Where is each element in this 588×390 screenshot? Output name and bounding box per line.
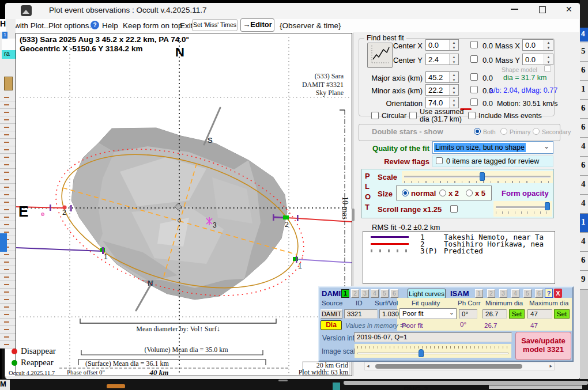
- quality-combobox[interactable]: Limits on size, but no shape ⌄: [432, 141, 553, 154]
- ph-corr-field[interactable]: 0°: [459, 309, 477, 319]
- source-button[interactable]: DAMIT: [321, 309, 342, 319]
- isam-6-button[interactable]: 6: [535, 289, 543, 298]
- menu-help[interactable]: Help: [102, 21, 118, 30]
- size-x2-radio[interactable]: [439, 190, 446, 196]
- scroll-left-arrow-icon[interactable]: ◂: [367, 363, 370, 369]
- scroll-range-checkbox[interactable]: [450, 205, 458, 213]
- volume-label: (Volume) Mean dia = 35.0 km: [144, 346, 228, 354]
- damit-model-6-button[interactable]: 6: [390, 289, 398, 298]
- scroll-right-arrow-icon[interactable]: ▸: [549, 363, 552, 369]
- chevron-down-icon[interactable]: ⌄: [544, 142, 549, 150]
- center-x-spinner[interactable]: 0.0▲▼: [425, 39, 459, 51]
- orientation-checkbox[interactable]: [470, 99, 478, 106]
- sky-plane-plot[interactable]: S N 2 2 1 1 3 (533) Sara 2025 Aug 3 45.2…: [16, 33, 352, 376]
- error-bar: [50, 205, 51, 211]
- damit-model-1-button[interactable]: 1: [341, 289, 349, 298]
- form-opacity-slider[interactable]: [493, 201, 552, 217]
- form-hscrollbar[interactable]: ◂ ▸: [364, 362, 555, 370]
- close-button[interactable]: ✕: [566, 5, 572, 14]
- image-scale-slider[interactable]: [355, 344, 511, 358]
- max-dia-set-button[interactable]: Set: [554, 309, 570, 319]
- mass-x-spinner[interactable]: 0.0▲▼: [522, 39, 553, 51]
- scale-slider[interactable]: [402, 171, 553, 183]
- mean-diameter-label: Mean diameter by: Vol↑ Surf↓: [136, 325, 220, 333]
- circular-checkbox[interactable]: [371, 112, 379, 119]
- damit-model-3-button[interactable]: 3: [361, 289, 369, 298]
- shape-model-checkbox[interactable]: [544, 65, 551, 72]
- double-both-label: Both: [483, 128, 496, 135]
- form-opacity-thumb[interactable]: [545, 202, 550, 210]
- include-miss-checkbox[interactable]: [468, 112, 476, 119]
- size-x5-radio[interactable]: [466, 190, 473, 196]
- save-line1: Save/update: [516, 336, 571, 345]
- isam-3-button[interactable]: 3: [499, 289, 507, 298]
- window-resize-grip[interactable]: [278, 380, 288, 381]
- scale-slider-thumb[interactable]: [480, 172, 485, 181]
- use-assumed-checkbox[interactable]: [409, 112, 417, 119]
- menu-plot-options[interactable]: Plot options...: [48, 21, 96, 30]
- east-label: E: [18, 203, 28, 220]
- max-dia-field[interactable]: 47: [527, 309, 552, 319]
- observer-3-name[interactable]: Predicted: [444, 247, 483, 255]
- minor-axis-checkbox[interactable]: [470, 86, 478, 93]
- surfvol-field[interactable]: 1.030: [379, 309, 398, 319]
- minor-axis-spinner[interactable]: 22.2▲▼: [425, 84, 459, 96]
- menu-with-plot[interactable]: with Plot...: [14, 21, 50, 30]
- center-x-checkbox[interactable]: [470, 41, 478, 48]
- damit-model-5-button[interactable]: 5: [380, 289, 389, 298]
- background-table-cell: 6: [580, 119, 588, 138]
- corner-skyplane: Sky Plane: [316, 89, 344, 97]
- size-normal-radio[interactable]: [402, 190, 409, 196]
- min-dia-field[interactable]: 26.7: [483, 309, 507, 319]
- isam-1-button[interactable]: 1: [475, 289, 483, 298]
- chevron-down-icon[interactable]: ⌄: [449, 309, 454, 316]
- rms-fit-label: RMS fit -0.2 ±0.2 km: [372, 223, 440, 232]
- center-y-checkbox[interactable]: [470, 55, 478, 63]
- minimize-button[interactable]: [511, 9, 518, 10]
- review-flags-checkbox[interactable]: [436, 157, 443, 164]
- editor-button[interactable]: →Editor: [240, 18, 274, 32]
- mass-y-spinner[interactable]: 0.0▲▼: [522, 54, 553, 65]
- background-table-cell: 1: [580, 81, 588, 100]
- center-y-spinner[interactable]: 2.4▲▼: [425, 54, 459, 65]
- damit-help-button[interactable]: ?: [545, 289, 553, 298]
- review-flags-text: 0 items are tagged for review: [446, 157, 539, 165]
- observer-3-swatch: [371, 249, 411, 252]
- damit-model-2-button[interactable]: 2: [351, 289, 359, 298]
- occult-version-label: Occult 4.2025.11.7: [9, 370, 55, 376]
- observer-time-label[interactable]: {Observer & time}: [280, 21, 341, 30]
- save-update-model-button[interactable]: Save/update model 3321: [515, 332, 571, 360]
- double-secondary-radio[interactable]: [533, 128, 540, 135]
- min-dia-set-button[interactable]: Set: [509, 309, 525, 319]
- major-axis-spinner[interactable]: 45.2▲▼: [425, 71, 459, 83]
- surfvol-header: Surf/Vol: [375, 300, 398, 306]
- background-fragment-bar2: [489, 385, 582, 389]
- fit-quality-combobox[interactable]: Poor fit ⌄: [399, 308, 457, 319]
- dia-button[interactable]: Dia: [321, 320, 342, 330]
- form-hscrollbar-thumb[interactable]: [375, 364, 522, 369]
- isam-2-button[interactable]: 2: [487, 289, 495, 298]
- image-scale-thumb[interactable]: [419, 349, 424, 357]
- plot-scrollbar-thumb[interactable]: [352, 209, 355, 221]
- isam-5-button[interactable]: 5: [523, 289, 532, 298]
- motion-label: Motion: 30.51 km/s: [497, 100, 558, 108]
- use-assumed-label1: Use assumed: [420, 108, 463, 116]
- double-primary-radio[interactable]: [500, 128, 507, 135]
- model-id-field[interactable]: 3321: [344, 309, 378, 319]
- size-label: Size: [378, 190, 393, 198]
- damit-close-button[interactable]: X: [554, 289, 562, 298]
- menu-exit[interactable]: Exit: [180, 21, 193, 30]
- menu-keep-on-top[interactable]: Keep form on top: [123, 21, 183, 30]
- double-both-radio[interactable]: [474, 128, 481, 135]
- chord-1-left-label: 1: [104, 253, 108, 261]
- major-axis-checkbox[interactable]: [470, 73, 478, 81]
- isam-4-button[interactable]: 4: [511, 289, 519, 298]
- orientation-spinner[interactable]: 74.0▲▼: [425, 97, 459, 108]
- help-icon[interactable]: ?: [91, 21, 99, 29]
- background-table-cell: 6: [580, 100, 588, 119]
- light-curves-button[interactable]: Light curves: [408, 289, 446, 298]
- set-miss-times-button[interactable]: Set 'Miss' Times: [192, 19, 238, 31]
- maximize-button[interactable]: [539, 6, 546, 13]
- observer-3-num[interactable]: 3(P): [420, 247, 438, 255]
- damit-model-4-button[interactable]: 4: [371, 289, 379, 298]
